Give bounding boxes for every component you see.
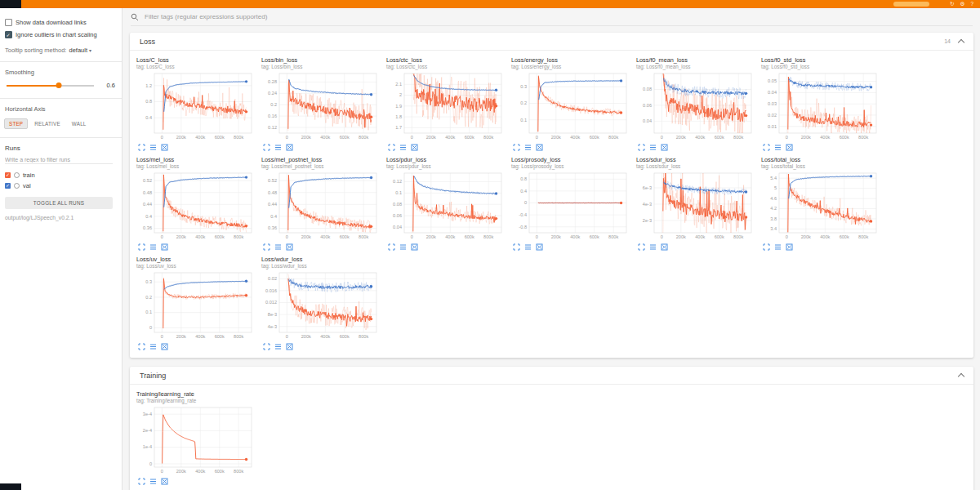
chart-plot[interactable]: 0200k400k600k800k4e-38e-30.0120.0160.02 <box>261 270 381 342</box>
toggle-all-runs-button[interactable]: TOGGLE ALL RUNS <box>5 197 113 209</box>
fit-domain-icon[interactable] <box>536 144 543 151</box>
runs-regex-input[interactable] <box>5 156 113 164</box>
fit-domain-icon[interactable] <box>786 144 793 151</box>
chart-plot[interactable]: 0200k400k600k800k0.010.020.030.040.05 <box>761 71 880 143</box>
chart-plot[interactable]: 0200k400k600k800k01e-42e-43e-4 <box>136 405 256 477</box>
tooltip-sorting-select[interactable]: default ▾ <box>69 47 91 54</box>
expand-icon[interactable] <box>263 144 270 151</box>
chart-title: Loss/bin_loss <box>261 56 382 64</box>
svg-text:200k: 200k <box>176 234 186 239</box>
fit-domain-icon[interactable] <box>536 243 543 251</box>
fit-domain-icon[interactable] <box>286 343 293 350</box>
data-list-icon[interactable] <box>524 243 532 251</box>
svg-text:800k: 800k <box>858 135 868 140</box>
chart-plot[interactable]: 0200k400k600k800k0.040.060.080.10.12 <box>386 171 506 243</box>
data-list-icon[interactable] <box>524 144 532 151</box>
expand-icon[interactable] <box>388 243 395 251</box>
fit-domain-icon[interactable] <box>161 478 168 485</box>
data-list-icon[interactable] <box>399 243 407 251</box>
svg-text:600k: 600k <box>590 234 599 239</box>
run-checkbox-train[interactable]: ✓ <box>5 172 11 178</box>
data-list-icon[interactable] <box>274 343 282 350</box>
svg-text:600k: 600k <box>715 135 724 140</box>
fit-domain-icon[interactable] <box>661 144 668 151</box>
expand-icon[interactable] <box>263 243 270 251</box>
chart-plot[interactable]: 0200k400k600k800k0.360.40.440.480.52 <box>136 171 256 243</box>
chart-plot[interactable]: 0200k400k600k800k0.40.81.2 <box>136 71 256 143</box>
data-list-icon[interactable] <box>774 144 782 151</box>
expand-icon[interactable] <box>138 243 145 251</box>
run-checkbox-val[interactable]: ✓ <box>5 183 11 189</box>
checkbox-icon[interactable] <box>5 19 12 26</box>
fit-domain-icon[interactable] <box>286 243 293 251</box>
settings-sidebar: Show data download links Ignore outliers… <box>0 8 122 490</box>
svg-text:0.24: 0.24 <box>268 91 277 96</box>
expand-icon[interactable] <box>388 144 395 151</box>
svg-text:0: 0 <box>536 135 538 140</box>
ignore-outliers-row[interactable]: Ignore outliers in chart scaling <box>0 31 122 38</box>
data-list-icon[interactable] <box>399 144 407 151</box>
data-list-icon[interactable] <box>774 243 782 251</box>
collapse-section-icon[interactable] <box>958 372 964 379</box>
axis-relative-button[interactable]: RELATIVE <box>29 118 65 129</box>
data-list-icon[interactable] <box>149 144 157 151</box>
axis-wall-button[interactable]: WALL <box>67 118 91 129</box>
axis-step-button[interactable]: STEP <box>4 118 28 129</box>
fit-domain-icon[interactable] <box>161 144 168 151</box>
section-training-header[interactable]: Training <box>130 367 973 385</box>
svg-text:0.1: 0.1 <box>145 310 152 314</box>
expand-icon[interactable] <box>513 144 520 151</box>
data-list-icon[interactable] <box>149 343 157 350</box>
fit-domain-icon[interactable] <box>786 243 793 251</box>
header-pill-button[interactable] <box>893 2 929 7</box>
chart-plot[interactable]: 0200k400k600k800k0.10.20.3 <box>511 71 630 143</box>
chart-plot[interactable]: 0200k400k600k800k3.43.84.24.655.4 <box>761 171 880 243</box>
show-download-links-row[interactable]: Show data download links <box>0 19 122 26</box>
run-row-val[interactable]: ✓ val <box>0 180 122 191</box>
settings-gear-icon[interactable]: ⚙ <box>960 0 965 8</box>
expand-icon[interactable] <box>763 144 770 151</box>
chart-title: Loss/total_loss <box>761 156 882 163</box>
expand-icon[interactable] <box>138 144 145 151</box>
chart-plot[interactable]: 0200k400k600k800k-0.8-0.400.40.8 <box>511 171 630 243</box>
data-list-icon[interactable] <box>149 478 157 485</box>
smoothing-slider[interactable] <box>7 85 94 87</box>
expand-icon[interactable] <box>763 243 770 251</box>
help-icon[interactable]: ? <box>970 0 973 8</box>
chart-plot[interactable]: 0200k400k600k800k0.360.40.440.480.52 <box>261 171 381 243</box>
expand-icon[interactable] <box>138 343 145 350</box>
collapse-section-icon[interactable] <box>958 38 964 45</box>
expand-icon[interactable] <box>138 478 145 485</box>
chart-plot[interactable]: 0200k400k600k800k0.040.060.08 <box>636 71 755 143</box>
data-list-icon[interactable] <box>149 243 157 251</box>
refresh-icon[interactable]: ↻ <box>950 0 954 8</box>
chart-plot[interactable]: 0200k400k600k800k1.71.81.922.1 <box>386 71 506 143</box>
expand-icon[interactable] <box>638 243 645 251</box>
checkbox-icon[interactable] <box>5 31 12 38</box>
chart-plot[interactable]: 0200k400k600k800k0.120.160.20.240.28 <box>261 71 381 143</box>
expand-icon[interactable] <box>513 243 520 251</box>
chart-plot[interactable]: 0200k400k600k800k00.10.20.3 <box>136 270 256 342</box>
smoothing-value[interactable]: 0.6 <box>99 82 115 89</box>
chart-plot[interactable]: 0200k400k600k800k2e-34e-36e-3 <box>636 171 755 243</box>
expand-icon[interactable] <box>263 343 270 350</box>
data-list-icon[interactable] <box>274 243 282 251</box>
filter-tags-input[interactable] <box>143 12 973 21</box>
filter-tags-row <box>131 8 973 26</box>
data-list-icon[interactable] <box>274 144 282 151</box>
fit-domain-icon[interactable] <box>161 343 168 350</box>
fit-domain-icon[interactable] <box>286 144 293 151</box>
fit-domain-icon[interactable] <box>411 144 418 151</box>
run-row-train[interactable]: ✓ train <box>0 170 122 180</box>
data-list-icon[interactable] <box>649 243 657 251</box>
svg-text:0.44: 0.44 <box>143 202 152 207</box>
fit-domain-icon[interactable] <box>661 243 668 251</box>
chart-tag: tag: Loss/sdur_loss <box>636 163 757 170</box>
fit-domain-icon[interactable] <box>411 243 418 251</box>
slider-knob[interactable] <box>56 82 62 88</box>
fit-domain-icon[interactable] <box>161 243 168 251</box>
expand-icon[interactable] <box>638 144 645 151</box>
data-list-icon[interactable] <box>649 144 657 151</box>
svg-text:200k: 200k <box>676 135 686 140</box>
section-loss-header[interactable]: Loss 14 <box>130 33 973 51</box>
